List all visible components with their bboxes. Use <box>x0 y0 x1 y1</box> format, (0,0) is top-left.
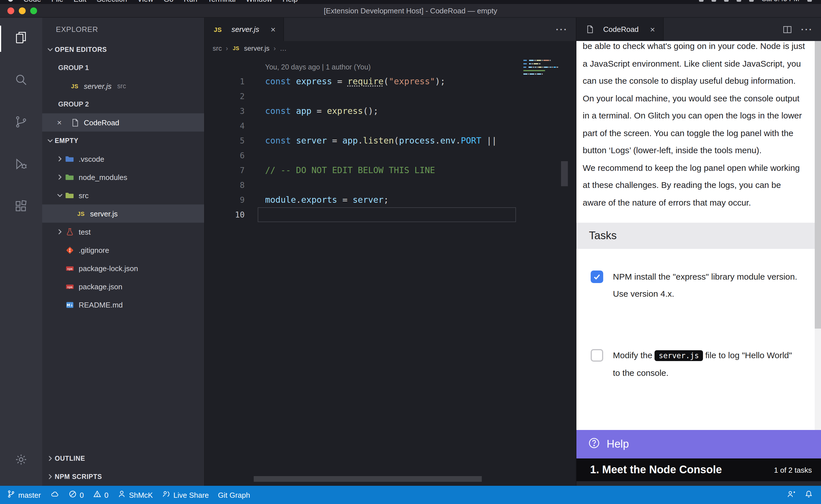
statusbar-git-graph[interactable]: Git Graph <box>218 491 250 499</box>
code-line-1[interactable]: 1const express = require("express"); <box>205 74 576 89</box>
chevron-right-icon <box>45 473 55 481</box>
menu-run[interactable]: Run <box>183 0 197 3</box>
readme-icon: M↓ <box>64 300 75 309</box>
statusbar-errors[interactable]: 0 <box>68 490 83 500</box>
menubar-status-icon[interactable] <box>712 0 716 2</box>
codelens-annotation[interactable]: You, 20 days ago | 1 author (You) <box>205 60 576 74</box>
statusbar-feedback[interactable] <box>787 490 795 500</box>
chevron-right-icon <box>55 173 64 181</box>
statusbar-live-share[interactable]: Live Share <box>162 490 209 500</box>
editor-horizontal-scrollbar[interactable] <box>254 476 482 482</box>
code-line-2[interactable]: 2 <box>205 89 576 104</box>
breadcrumb-symbol[interactable]: … <box>280 44 287 52</box>
tree-item-test[interactable]: test <box>42 223 204 241</box>
menubar-status-icon[interactable] <box>724 0 729 2</box>
chevron-down-icon <box>45 46 55 54</box>
close-icon[interactable]: × <box>57 118 70 127</box>
line-number: 9 <box>205 195 265 204</box>
menubar-status-icon[interactable] <box>699 0 704 2</box>
close-icon[interactable]: × <box>271 24 276 34</box>
search-icon <box>14 72 28 89</box>
line-number: 8 <box>205 181 265 190</box>
statusbar-account[interactable]: ShMcK <box>117 490 153 500</box>
code-line-5[interactable]: 5const server = app.listen(process.env.P… <box>205 133 576 148</box>
menu-code[interactable]: Code <box>23 0 41 3</box>
menubar-status-icon[interactable] <box>737 0 741 2</box>
activitybar-explorer[interactable] <box>0 18 42 60</box>
split-editor-icon[interactable] <box>783 18 792 41</box>
menu-file[interactable]: File <box>51 0 63 3</box>
section-open-editors[interactable]: OPEN EDITORS <box>42 40 204 59</box>
tree-item-.gitignore[interactable]: .gitignore <box>42 241 204 259</box>
tab-coderoad[interactable]: CodeRoad × <box>576 18 664 41</box>
menubar-status-icon[interactable] <box>749 0 754 2</box>
activitybar-extensions[interactable] <box>0 186 42 228</box>
apple-menu-icon[interactable] <box>8 0 13 2</box>
task-checkbox-unchecked[interactable] <box>591 349 603 362</box>
activitybar-settings[interactable] <box>0 445 42 477</box>
chevron-down-icon <box>55 191 64 199</box>
code-line-9[interactable]: 9module.exports = server; <box>205 192 576 207</box>
breadcrumb-folder[interactable]: src <box>213 44 222 52</box>
chevron-down-icon <box>45 137 55 145</box>
breadcrumb-file[interactable]: server.js <box>244 44 270 52</box>
close-icon[interactable]: × <box>650 24 655 34</box>
menubar-status-icon[interactable] <box>807 0 812 2</box>
code-line-3[interactable]: 3const app = express(); <box>205 104 576 118</box>
activitybar-source-control[interactable] <box>0 102 42 144</box>
tab-server-js[interactable]: JS server.js × <box>205 18 284 41</box>
section-empty[interactable]: EMPTY <box>42 132 204 150</box>
statusbar-notifications[interactable] <box>804 490 813 500</box>
activitybar-run-debug[interactable] <box>0 144 42 186</box>
code-line-7[interactable]: 7// -- DO NOT EDIT BELOW THIS LINE <box>205 163 576 178</box>
open-editor-server.js[interactable]: JSserver.jssrc <box>42 77 204 95</box>
code-line-6[interactable]: 6 <box>205 148 576 163</box>
js-icon: JS <box>213 26 223 33</box>
section-npm-scripts[interactable]: NPM SCRIPTS <box>42 468 204 486</box>
chevron-right-icon <box>45 454 55 462</box>
lesson-header[interactable]: 1. Meet the Node Console 1 of 2 tasks <box>576 458 821 481</box>
lesson-title: 1. Meet the Node Console <box>590 464 722 476</box>
tree-item-package.json[interactable]: npmpackage.json <box>42 277 204 296</box>
more-actions-icon[interactable]: ··· <box>793 18 821 41</box>
code-editor[interactable]: You, 20 days ago | 1 author (You) 1const… <box>205 55 576 486</box>
menu-go[interactable]: Go <box>163 0 173 3</box>
menu-selection[interactable]: Selection <box>97 0 127 3</box>
menu-terminal[interactable]: Terminal <box>208 0 236 3</box>
lesson-text: be able to check what's going on in your… <box>576 41 821 211</box>
activitybar-search[interactable] <box>0 60 42 102</box>
tree-item-server.js[interactable]: JSserver.js <box>42 204 204 223</box>
statusbar-branch[interactable]: master <box>7 490 41 500</box>
tree-item-src[interactable]: src <box>42 186 204 204</box>
code-line-4[interactable]: 4 <box>205 118 576 133</box>
tree-item-node_modules[interactable]: node_modules <box>42 168 204 186</box>
menubar-clock[interactable]: Sat 3:45 PM <box>762 0 799 3</box>
tree-item-.vscode[interactable]: .vscode <box>42 150 204 168</box>
line-number: 4 <box>205 121 265 130</box>
menu-window[interactable]: Window <box>246 0 272 3</box>
tree-item-README.md[interactable]: M↓README.md <box>42 296 204 314</box>
webview-scrollbar[interactable] <box>815 41 821 430</box>
lesson-paragraph: We recommend to keep the log panel open … <box>583 159 806 211</box>
code-line-8[interactable]: 8 <box>205 178 576 192</box>
code-line-10[interactable]: 10 <box>205 207 576 222</box>
coderoad-panel: CodeRoad × ··· be able to check what's g… <box>576 18 821 486</box>
section-outline[interactable]: OUTLINE <box>42 449 204 468</box>
tree-item-package-lock.json[interactable]: npmpackage-lock.json <box>42 259 204 277</box>
menu-help[interactable]: Help <box>283 0 298 3</box>
statusbar-warnings[interactable]: 0 <box>93 490 108 500</box>
minimap[interactable] <box>523 60 559 77</box>
open-editor-CodeRoad[interactable]: ×CodeRoad <box>42 113 204 132</box>
menu-edit[interactable]: Edit <box>73 0 86 3</box>
more-actions-icon[interactable]: ··· <box>548 18 576 41</box>
status-bar: master00ShMcKLive ShareGit Graph <box>0 486 821 504</box>
titlebar[interactable]: [Extension Development Host] - CodeRoad … <box>0 4 821 18</box>
help-section[interactable]: Help <box>576 430 821 458</box>
webview-scrollbar-thumb[interactable] <box>815 41 821 329</box>
statusbar-sync[interactable] <box>50 490 59 500</box>
menu-view[interactable]: View <box>137 0 153 3</box>
window-title: [Extension Development Host] - CodeRoad … <box>0 6 821 15</box>
task-checkbox-checked[interactable] <box>591 271 603 283</box>
editor-vertical-scrollbar[interactable] <box>561 161 568 186</box>
beaker-icon <box>64 228 75 236</box>
